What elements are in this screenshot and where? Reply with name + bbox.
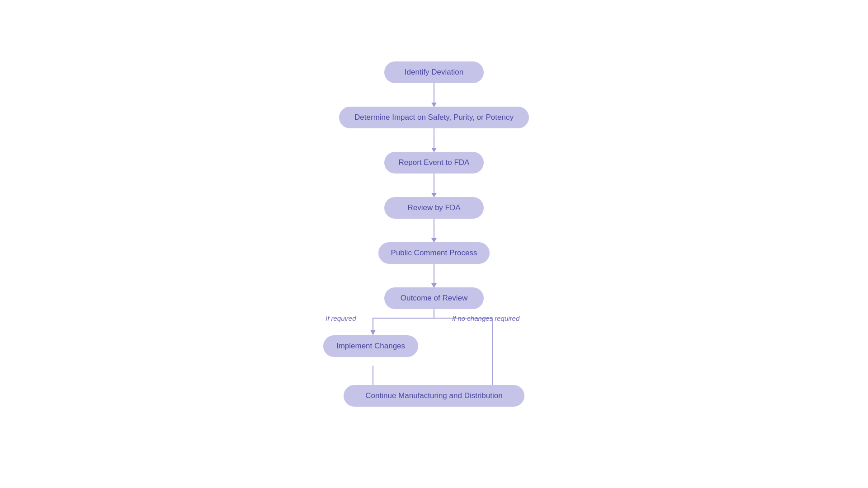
node-continue: Continue Manufacturing and Distribution	[344, 385, 524, 407]
arrow-5	[434, 264, 434, 287]
node-implement: Implement Changes	[323, 335, 418, 357]
label-determine: Determine Impact on Safety, Purity, or P…	[354, 113, 514, 122]
left-branch-line	[373, 309, 434, 332]
label-outcome: Outcome of Review	[401, 294, 467, 303]
node-report: Report Event to FDA	[384, 152, 484, 174]
label-identify: Identify Deviation	[405, 68, 463, 77]
branch-section: If required If no changes required Imple…	[303, 309, 565, 427]
right-branch-line	[434, 309, 493, 397]
label-if-no-changes: If no changes required	[452, 314, 519, 322]
flowchart: Identify Deviation Determine Impact on S…	[303, 61, 565, 427]
left-branch-arrow	[370, 330, 376, 335]
arrow-1	[434, 83, 434, 107]
arrow-4	[434, 219, 434, 242]
arrow-2	[434, 128, 434, 152]
node-determine: Determine Impact on Safety, Purity, or P…	[339, 107, 529, 128]
label-review: Review by FDA	[407, 203, 460, 212]
label-report: Report Event to FDA	[399, 158, 470, 167]
arrow-3	[434, 174, 434, 197]
node-review: Review by FDA	[384, 197, 484, 219]
label-continue: Continue Manufacturing and Distribution	[365, 391, 502, 400]
node-outcome: Outcome of Review	[384, 287, 484, 309]
node-identify: Identify Deviation	[384, 61, 484, 83]
branch-svg	[303, 309, 565, 427]
label-if-required: If required	[326, 314, 356, 322]
label-public: Public Comment Process	[391, 249, 477, 258]
label-implement: Implement Changes	[336, 342, 405, 351]
node-public: Public Comment Process	[378, 242, 490, 264]
